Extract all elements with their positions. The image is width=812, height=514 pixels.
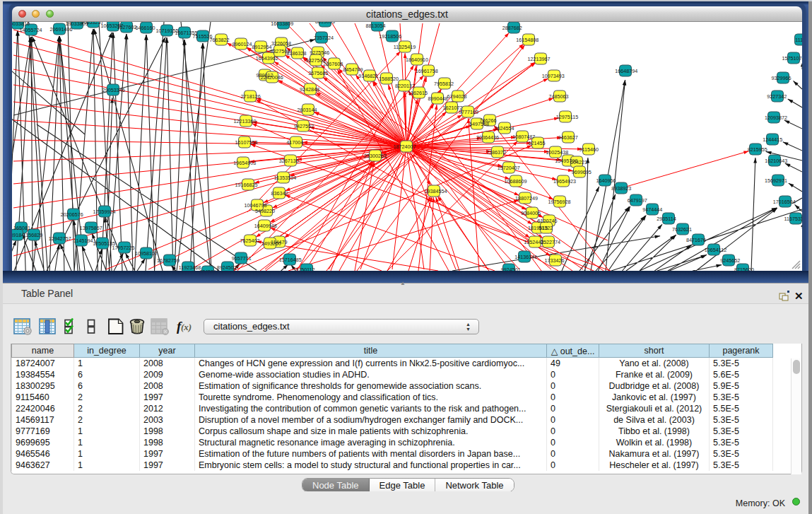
svg-text:15720407: 15720407 <box>498 165 520 171</box>
svg-text:8912954: 8912954 <box>252 44 272 50</box>
svg-text:1493260: 1493260 <box>261 240 281 247</box>
svg-text:17957225: 17957225 <box>112 245 135 251</box>
svg-text:9463627: 9463627 <box>558 134 578 141</box>
svg-text:10688609: 10688609 <box>505 178 527 185</box>
svg-text:1733426: 1733426 <box>545 257 565 264</box>
svg-text:2522774: 2522774 <box>541 239 560 245</box>
svg-text:8471676: 8471676 <box>686 237 706 243</box>
svg-text:8220137: 8220137 <box>395 83 415 89</box>
svg-text:19654903: 19654903 <box>233 160 256 166</box>
svg-text:8813055: 8813055 <box>315 22 335 25</box>
svg-text:8215955: 8215955 <box>748 146 767 153</box>
svg-text:19384554: 19384554 <box>425 188 447 194</box>
svg-text:8186328: 8186328 <box>287 50 307 57</box>
svg-text:10046798: 10046798 <box>245 202 267 209</box>
svg-text:9327508: 9327508 <box>306 57 326 64</box>
svg-text:12975115: 12975115 <box>556 114 578 120</box>
svg-text:604221: 604221 <box>570 159 587 165</box>
svg-text:2935114: 2935114 <box>657 216 676 222</box>
svg-text:9657771: 9657771 <box>232 255 252 262</box>
svg-text:10025438: 10025438 <box>546 149 568 156</box>
svg-text:2887682: 2887682 <box>502 25 522 31</box>
svg-text:51322: 51322 <box>539 225 553 231</box>
svg-text:16648794: 16648794 <box>615 68 637 74</box>
svg-text:1588520: 1588520 <box>379 76 399 82</box>
svg-text:15692971: 15692971 <box>765 177 787 184</box>
svg-text:14136141: 14136141 <box>514 254 537 260</box>
svg-text:16107554: 16107554 <box>235 139 257 146</box>
svg-text:16782759: 16782759 <box>157 257 180 264</box>
svg-text:9084006: 9084006 <box>521 210 541 216</box>
svg-text:3675685: 3675685 <box>308 70 328 76</box>
svg-text:20691406: 20691406 <box>50 26 73 33</box>
svg-text:836342: 836342 <box>271 190 288 197</box>
svg-text:7386372: 7386372 <box>486 149 506 156</box>
svg-text:20206576: 20206576 <box>61 211 83 218</box>
svg-text:8990448: 8990448 <box>428 95 448 102</box>
svg-text:15716485: 15716485 <box>279 257 302 263</box>
svg-text:15751074: 15751074 <box>782 55 802 62</box>
svg-text:19756928: 19756928 <box>548 199 570 205</box>
svg-text:3624554: 3624554 <box>494 125 514 132</box>
svg-text:20364436: 20364436 <box>476 134 499 141</box>
svg-text:11923468: 11923468 <box>179 264 201 271</box>
svg-text:9777169: 9777169 <box>459 109 478 115</box>
svg-text:9275546: 9275546 <box>310 49 329 56</box>
svg-text:417004: 417004 <box>286 139 303 146</box>
svg-text:7625402: 7625402 <box>240 238 260 244</box>
svg-text:9146821: 9146821 <box>358 73 378 79</box>
svg-text:19166825: 19166825 <box>235 182 257 188</box>
svg-text:1156829: 1156829 <box>23 232 42 238</box>
svg-text:18724007: 18724007 <box>394 144 416 150</box>
svg-text:16543962: 16543962 <box>256 55 278 62</box>
svg-text:1162615: 1162615 <box>408 90 428 96</box>
svg-text:19218506: 19218506 <box>379 33 401 40</box>
svg-text:5498220: 5498220 <box>255 208 275 214</box>
svg-text:(x): (x) <box>181 322 192 332</box>
svg-text:29053346: 29053346 <box>102 87 125 93</box>
svg-text:9227342: 9227342 <box>767 93 787 100</box>
svg-text:9924501: 9924501 <box>501 267 521 271</box>
svg-text:9115460: 9115460 <box>579 146 599 153</box>
svg-text:2867608: 2867608 <box>323 61 343 67</box>
svg-text:10654112: 10654112 <box>705 247 726 253</box>
svg-text:1167533: 1167533 <box>784 216 802 222</box>
svg-text:12213369: 12213369 <box>233 118 256 124</box>
svg-text:17359924: 17359924 <box>93 209 116 215</box>
svg-text:39184: 39184 <box>12 232 24 238</box>
svg-text:746266: 746266 <box>480 117 497 124</box>
svg-text:9329966: 9329966 <box>771 75 791 81</box>
svg-text:1244415: 1244415 <box>763 136 782 143</box>
svg-text:16210643: 16210643 <box>765 158 787 164</box>
svg-text:16154808: 16154808 <box>516 37 539 43</box>
svg-text:1527602: 1527602 <box>117 24 136 30</box>
svg-text:6479197: 6479197 <box>628 197 647 204</box>
svg-text:12213967: 12213967 <box>527 56 550 62</box>
svg-text:6466160: 6466160 <box>136 25 155 31</box>
svg-text:8715620: 8715620 <box>734 267 754 271</box>
svg-text:10958107: 10958107 <box>135 250 158 257</box>
svg-text:7485063: 7485063 <box>549 93 569 100</box>
svg-text:10973493: 10973493 <box>542 73 565 79</box>
svg-text:6794028: 6794028 <box>447 93 466 100</box>
svg-text:7632621: 7632621 <box>672 226 692 233</box>
svg-text:9242848: 9242848 <box>300 86 319 93</box>
svg-text:16033809: 16033809 <box>271 22 293 27</box>
svg-text:11325419: 11325419 <box>394 44 416 50</box>
svg-text:165081: 165081 <box>13 225 30 231</box>
svg-text:7663822: 7663822 <box>209 37 229 43</box>
svg-text:7357224: 7357224 <box>314 35 334 41</box>
svg-text:8813054: 8813054 <box>366 23 386 29</box>
svg-text:6120746: 6120746 <box>537 218 557 224</box>
svg-text:7955812: 7955812 <box>434 81 454 87</box>
svg-text:621455: 621455 <box>529 140 546 146</box>
svg-text:9699695: 9699695 <box>572 169 592 175</box>
svg-text:1145194: 1145194 <box>73 238 93 244</box>
svg-text:3267130: 3267130 <box>279 158 299 164</box>
svg-text:12942757: 12942757 <box>49 235 71 242</box>
svg-text:25300263: 25300263 <box>364 153 387 159</box>
svg-text:11353594: 11353594 <box>274 175 296 181</box>
svg-text:3226058: 3226058 <box>271 40 291 47</box>
svg-text:10807487: 10807487 <box>512 134 535 140</box>
svg-text:16409948: 16409948 <box>254 223 277 229</box>
